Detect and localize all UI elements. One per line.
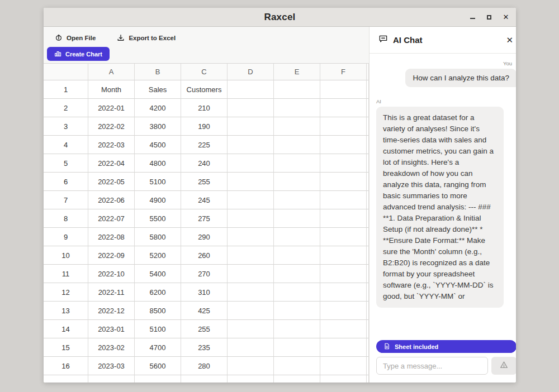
grid-cell-D17[interactable] bbox=[228, 375, 274, 383]
grid-cell-F2[interactable] bbox=[320, 99, 367, 117]
grid-cell-C13[interactable]: 425 bbox=[181, 302, 228, 320]
grid-row-number-2[interactable]: 2 bbox=[44, 99, 88, 117]
grid-cell-F8[interactable] bbox=[320, 209, 367, 228]
grid-cell-A4[interactable]: 2022-03 bbox=[88, 136, 135, 154]
grid-cell-B12[interactable]: 6200 bbox=[135, 283, 181, 302]
grid-cell-D10[interactable] bbox=[228, 246, 274, 265]
grid-cell-E5[interactable] bbox=[274, 154, 320, 173]
grid-row-number-partial[interactable] bbox=[44, 375, 88, 383]
grid-cell-A16[interactable]: 2023-03 bbox=[88, 357, 135, 375]
grid-cell-A11[interactable]: 2022-10 bbox=[88, 265, 135, 283]
open-file-button[interactable]: Open File bbox=[55, 34, 96, 42]
grid-cell-B9[interactable]: 5800 bbox=[135, 228, 181, 246]
grid-cell-E10[interactable] bbox=[274, 246, 320, 265]
grid-cell-D8[interactable] bbox=[228, 209, 274, 228]
grid-cell-A8[interactable]: 2022-07 bbox=[88, 209, 135, 228]
grid-row-number-1[interactable]: 1 bbox=[44, 80, 88, 99]
grid-cell-A10[interactable]: 2022-09 bbox=[88, 246, 135, 265]
grid-cell-C1[interactable]: Customers bbox=[181, 80, 228, 99]
grid-cell-D7[interactable] bbox=[228, 191, 274, 209]
grid-column-header-B[interactable]: B bbox=[135, 64, 181, 80]
grid-cell-A12[interactable]: 2022-11 bbox=[88, 283, 135, 302]
close-window-button[interactable]: ✕ bbox=[503, 14, 509, 21]
grid-row-number-5[interactable]: 5 bbox=[44, 154, 88, 173]
grid-cell-F17[interactable] bbox=[320, 375, 367, 383]
grid-cell-B16[interactable]: 5600 bbox=[135, 357, 181, 375]
grid-cell-B7[interactable]: 4900 bbox=[135, 191, 181, 209]
chat-close-button[interactable]: ✕ bbox=[506, 36, 513, 44]
grid-cell-D14[interactable] bbox=[228, 320, 274, 338]
grid-cell-B5[interactable]: 4800 bbox=[135, 154, 181, 173]
grid-cell-E7[interactable] bbox=[274, 191, 320, 209]
grid-cell-B2[interactable]: 4200 bbox=[135, 99, 181, 117]
grid-cell-A15[interactable]: 2023-02 bbox=[88, 338, 135, 357]
grid-cell-A13[interactable]: 2022-12 bbox=[88, 302, 135, 320]
grid-cell-D9[interactable] bbox=[228, 228, 274, 246]
grid-cell-F11[interactable] bbox=[320, 265, 367, 283]
grid-cell-A2[interactable]: 2022-01 bbox=[88, 99, 135, 117]
grid-row-number-7[interactable]: 7 bbox=[44, 191, 88, 209]
grid-cell-B6[interactable]: 5100 bbox=[135, 173, 181, 191]
grid-cell-D15[interactable] bbox=[228, 338, 274, 357]
grid-cell-F4[interactable] bbox=[320, 136, 367, 154]
grid-cell-A5[interactable]: 2022-04 bbox=[88, 154, 135, 173]
grid-cell-D16[interactable] bbox=[228, 357, 274, 375]
grid-row-number-11[interactable]: 11 bbox=[44, 265, 88, 283]
grid-cell-A1[interactable]: Month bbox=[88, 80, 135, 99]
grid-cell-B10[interactable]: 5200 bbox=[135, 246, 181, 265]
grid-cell-A7[interactable]: 2022-06 bbox=[88, 191, 135, 209]
grid-row-number-12[interactable]: 12 bbox=[44, 283, 88, 302]
grid-cell-E6[interactable] bbox=[274, 173, 320, 191]
grid-cell-C12[interactable]: 310 bbox=[181, 283, 228, 302]
grid-cell-D4[interactable] bbox=[228, 136, 274, 154]
grid-cell-A17[interactable] bbox=[88, 375, 135, 383]
grid-row-number-6[interactable]: 6 bbox=[44, 173, 88, 191]
grid-cell-E3[interactable] bbox=[274, 117, 320, 136]
grid-cell-F16[interactable] bbox=[320, 357, 367, 375]
grid-cell-C7[interactable]: 245 bbox=[181, 191, 228, 209]
grid-row-number-10[interactable]: 10 bbox=[44, 246, 88, 265]
grid-cell-E15[interactable] bbox=[274, 338, 320, 357]
grid-cell-C10[interactable]: 260 bbox=[181, 246, 228, 265]
grid-cell-C11[interactable]: 270 bbox=[181, 265, 228, 283]
grid-cell-F5[interactable] bbox=[320, 154, 367, 173]
grid-cell-F1[interactable] bbox=[320, 80, 367, 99]
grid-cell-F13[interactable] bbox=[320, 302, 367, 320]
grid-cell-E8[interactable] bbox=[274, 209, 320, 228]
grid-cell-F10[interactable] bbox=[320, 246, 367, 265]
grid-cell-E1[interactable] bbox=[274, 80, 320, 99]
grid-cell-F6[interactable] bbox=[320, 173, 367, 191]
grid-cell-C2[interactable]: 210 bbox=[181, 99, 228, 117]
grid-cell-F14[interactable] bbox=[320, 320, 367, 338]
grid-cell-C5[interactable]: 240 bbox=[181, 154, 228, 173]
grid-column-header-C[interactable]: C bbox=[181, 64, 228, 80]
grid-cell-B15[interactable]: 4700 bbox=[135, 338, 181, 357]
grid-cell-D6[interactable] bbox=[228, 173, 274, 191]
grid-cell-B17[interactable] bbox=[135, 375, 181, 383]
grid-cell-D5[interactable] bbox=[228, 154, 274, 173]
grid-cell-C14[interactable]: 255 bbox=[181, 320, 228, 338]
grid-cell-E16[interactable] bbox=[274, 357, 320, 375]
grid-row-number-8[interactable]: 8 bbox=[44, 209, 88, 228]
grid-cell-E2[interactable] bbox=[274, 99, 320, 117]
grid-cell-F7[interactable] bbox=[320, 191, 367, 209]
grid-row-number-13[interactable]: 13 bbox=[44, 302, 88, 320]
grid-row-number-15[interactable]: 15 bbox=[44, 338, 88, 357]
grid-cell-E12[interactable] bbox=[274, 283, 320, 302]
sheet-included-button[interactable]: Sheet included bbox=[376, 340, 516, 353]
grid-row-number-16[interactable]: 16 bbox=[44, 357, 88, 375]
grid-cell-D3[interactable] bbox=[228, 117, 274, 136]
grid-row-number-3[interactable]: 3 bbox=[44, 117, 88, 136]
grid-cell-D11[interactable] bbox=[228, 265, 274, 283]
maximize-button[interactable] bbox=[486, 14, 492, 21]
grid-corner-cell[interactable] bbox=[44, 64, 88, 80]
grid-cell-E11[interactable] bbox=[274, 265, 320, 283]
grid-cell-C16[interactable]: 280 bbox=[181, 357, 228, 375]
grid-cell-C17[interactable] bbox=[181, 375, 228, 383]
minimize-button[interactable] bbox=[469, 14, 476, 21]
grid-cell-E17[interactable] bbox=[274, 375, 320, 383]
grid-cell-B3[interactable]: 3800 bbox=[135, 117, 181, 136]
grid-cell-B13[interactable]: 8500 bbox=[135, 302, 181, 320]
grid-cell-A14[interactable]: 2023-01 bbox=[88, 320, 135, 338]
grid-row-number-14[interactable]: 14 bbox=[44, 320, 88, 338]
